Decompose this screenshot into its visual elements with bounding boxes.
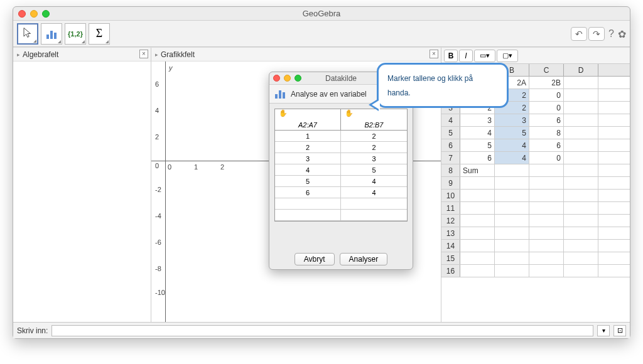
cell[interactable] [564,202,598,214]
table-row[interactable]: 5458 [441,127,630,139]
analyze-button[interactable]: Analyser [340,253,388,265]
cell[interactable]: 4 [460,127,495,139]
cell[interactable] [495,240,529,252]
table-row[interactable]: 7640 [441,152,630,164]
table-row[interactable]: 9 [441,177,630,190]
row-header[interactable]: 8 [441,164,460,176]
border-button[interactable]: ▢▾ [497,50,518,62]
row-header[interactable]: 13 [441,227,460,239]
dialog-minimize-icon[interactable] [284,75,291,82]
algebra-panel-header[interactable]: ▸ Algebrafelt × [13,48,151,62]
list-tool[interactable]: {1,2} [65,23,86,45]
align-button[interactable]: ▭▾ [474,50,495,62]
cell[interactable] [495,177,529,189]
sum-tool[interactable]: Σ [89,23,110,45]
cell[interactable]: 2B [529,77,564,88]
cell[interactable] [529,252,564,264]
row-header[interactable]: 9 [441,177,460,189]
settings-icon[interactable]: ✿ [618,28,626,40]
undo-button[interactable]: ↶ [571,27,587,41]
input-dropdown[interactable]: ▾ [597,325,610,336]
italic-button[interactable]: I [459,50,473,62]
redo-button[interactable]: ↷ [588,27,605,41]
cell[interactable] [564,265,598,277]
cell[interactable] [495,202,529,214]
zoom-window-icon[interactable] [42,10,50,18]
cell[interactable] [564,252,598,264]
minimize-window-icon[interactable] [30,10,38,18]
one-var-analysis-tool[interactable] [41,23,62,45]
table-row[interactable]: 6546 [441,139,630,152]
row-header[interactable]: 11 [441,202,460,214]
cell[interactable] [495,190,529,201]
table-row[interactable]: 4336 [441,114,630,127]
row-header[interactable]: 10 [441,190,460,201]
cell[interactable] [564,127,598,139]
cell[interactable]: 6 [460,152,495,164]
cell[interactable] [564,77,598,88]
cell[interactable]: 0 [529,152,564,164]
close-window-icon[interactable] [18,10,26,18]
dialog-zoom-icon[interactable] [294,75,301,82]
cell[interactable] [529,215,564,227]
row-header[interactable]: 15 [441,252,460,264]
cell[interactable] [460,227,495,239]
row-header[interactable]: 12 [441,215,460,227]
table-row[interactable]: 14 [441,240,630,252]
cell[interactable]: 0 [529,102,564,114]
cell[interactable] [460,190,495,201]
dialog-close-icon[interactable] [273,75,280,82]
spreadsheet-body[interactable]: 12A2B2120322043365458654676408Sum9101112… [441,77,630,322]
bold-button[interactable]: B [444,50,458,62]
algebra-close-icon[interactable]: × [139,50,148,58]
table-row[interactable]: 8Sum [441,164,630,177]
help-icon[interactable]: ? [608,28,614,40]
cell[interactable] [564,177,598,189]
hand-icon-col1[interactable]: ✋ [275,109,341,119]
cell[interactable] [564,139,598,151]
cell[interactable]: 3 [460,114,495,126]
table-row[interactable]: 12 [441,215,630,227]
cell[interactable] [460,265,495,277]
row-header[interactable]: 6 [441,139,460,151]
col-header[interactable]: C [529,64,564,76]
cell[interactable] [564,164,598,176]
window-controls[interactable] [18,10,50,18]
cell[interactable] [529,177,564,189]
graphics-panel-header[interactable]: ▸ Grafikkfelt × [151,48,441,62]
cell[interactable]: Sum [460,164,495,176]
table-row[interactable]: 10 [441,190,630,202]
move-tool[interactable] [17,23,38,45]
cell[interactable] [529,190,564,201]
cell[interactable] [564,215,598,227]
cell[interactable] [529,240,564,252]
cell[interactable]: 4 [495,152,529,164]
col-header[interactable]: D [564,64,598,76]
cell[interactable] [495,265,529,277]
table-row[interactable]: 16 [441,265,630,277]
cell[interactable]: 5 [460,139,495,151]
row-header[interactable]: 14 [441,240,460,252]
table-row[interactable]: 13 [441,227,630,240]
cell[interactable]: 3 [495,114,529,126]
cell[interactable] [564,89,598,101]
cell[interactable]: 6 [529,139,564,151]
graphics-close-icon[interactable]: × [430,50,438,58]
cell[interactable] [564,190,598,201]
cell[interactable] [460,177,495,189]
algebra-body[interactable] [13,62,151,322]
cell[interactable] [529,265,564,277]
cell[interactable] [495,164,529,176]
command-input[interactable] [51,325,593,336]
cell[interactable]: 6 [529,114,564,126]
cancel-button[interactable]: Avbryt [294,253,335,265]
cell[interactable] [564,240,598,252]
cell[interactable] [495,252,529,264]
cell[interactable] [495,227,529,239]
table-row[interactable]: 11 [441,202,630,215]
row-header[interactable]: 4 [441,114,460,126]
cell[interactable] [460,202,495,214]
row-header[interactable]: 7 [441,152,460,164]
cell[interactable] [564,102,598,114]
cell[interactable] [495,215,529,227]
